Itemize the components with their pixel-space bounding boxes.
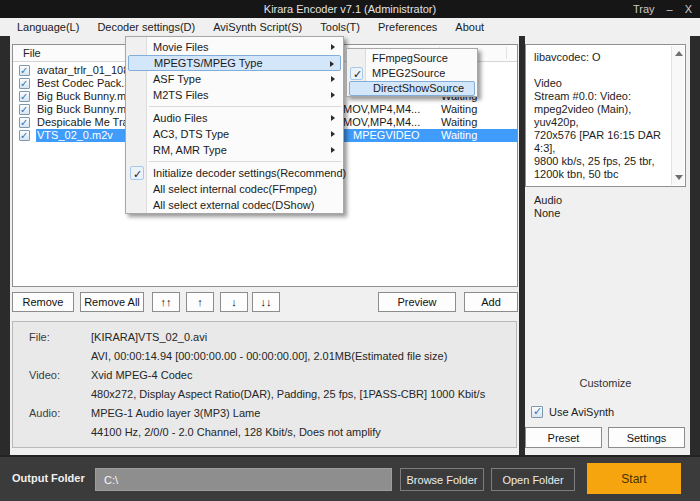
- preset-button[interactable]: Preset: [525, 427, 602, 448]
- detail-file-info: AVI, 00:00:14.94 [00:00:00.00 - 00:00:00…: [91, 350, 447, 362]
- menu-separator: [149, 161, 341, 162]
- detail-audio-label: Audio:: [29, 407, 60, 419]
- checkbox-checked-icon[interactable]: ✓: [19, 65, 30, 76]
- file-name: Big Buck Bunny.mov: [37, 103, 138, 116]
- menu-bar: Language(L) Decoder settings(D) AviSynth…: [0, 18, 700, 36]
- app-window: Kirara Encoder v7.1 (Administrator) Tray…: [0, 0, 700, 501]
- menu-item-ac3-dts-type[interactable]: AC3, DTS Type: [128, 126, 341, 142]
- submenu-arrow-icon: [331, 131, 335, 137]
- detail-video-info: 480x272, Display Aspect Ratio(DAR), Padd…: [91, 388, 485, 400]
- move-up-button[interactable]: ↑: [186, 292, 214, 312]
- settings-button[interactable]: Settings: [608, 427, 685, 448]
- open-folder-button[interactable]: Open Folder: [491, 468, 575, 491]
- start-button[interactable]: Start: [587, 463, 681, 494]
- mpegts-submenu: FFmpegSource ✓ MPEG2Source DirectShowSou…: [346, 48, 478, 97]
- check-icon: ✓: [20, 129, 28, 142]
- menu-item-label: M2TS Files: [153, 87, 209, 103]
- menu-item-label: FFmpegSource: [372, 51, 448, 66]
- checkbox-checked-icon[interactable]: ✓: [19, 91, 30, 102]
- menu-item-label: RM, AMR Type: [153, 142, 227, 158]
- move-bottom-button[interactable]: ↓↓: [252, 292, 280, 312]
- menu-item-all-select-external-codec[interactable]: All select external codec(DShow): [128, 197, 341, 213]
- checkbox-checked-icon[interactable]: ✓: [19, 117, 30, 128]
- file-type: MOV,MP4,M4...: [343, 116, 420, 129]
- column-header-file[interactable]: File: [23, 45, 41, 62]
- submenu-arrow-icon: [331, 44, 335, 50]
- menu-item-label: Movie Files: [153, 39, 209, 55]
- menu-item-label: MPEG2Source: [372, 66, 445, 81]
- check-icon: ✓: [533, 405, 542, 418]
- scroll-down-icon[interactable]: [675, 175, 683, 180]
- submenu-arrow-icon: [330, 61, 334, 67]
- minimize-button[interactable]: –: [667, 0, 673, 18]
- menu-item-initialize-decoder-settings[interactable]: ✓ Initialize decoder settings(Recommend): [128, 165, 341, 181]
- menubar-item-tools[interactable]: Tools(T): [311, 18, 369, 36]
- menu-item-label: AC3, DTS Type: [153, 126, 229, 142]
- menubar-item-avisynth-script[interactable]: AviSynth Script(S): [204, 18, 311, 36]
- close-button[interactable]: X: [685, 0, 692, 18]
- check-icon: ✓: [133, 166, 142, 182]
- check-icon: ✓: [20, 77, 28, 90]
- checkbox-checked-icon[interactable]: ✓: [19, 78, 30, 89]
- menubar-item-preferences[interactable]: Preferences: [369, 18, 446, 36]
- move-top-button[interactable]: ↑↑: [152, 292, 180, 312]
- check-icon: ✓: [20, 103, 28, 116]
- menu-item-movie-files[interactable]: Movie Files: [128, 39, 341, 55]
- file-details-panel: File: [KIRARA]VTS_02_0.avi AVI, 00:00:14…: [12, 321, 517, 448]
- customize-label: Customize: [525, 377, 686, 389]
- bottom-bar: Output Folder Browse Folder Open Folder …: [0, 455, 700, 501]
- preview-button[interactable]: Preview: [378, 292, 456, 312]
- detail-video-label: Video:: [29, 369, 60, 381]
- tray-button[interactable]: Tray: [633, 0, 655, 18]
- window-title: Kirara Encoder v7.1 (Administrator): [0, 0, 700, 18]
- scroll-up-icon[interactable]: [675, 51, 683, 56]
- output-folder-input[interactable]: [95, 468, 392, 491]
- submenu-item-mpeg2source[interactable]: ✓ MPEG2Source: [349, 66, 475, 81]
- menu-item-asf-type[interactable]: ASF Type: [128, 71, 341, 87]
- scrollbar[interactable]: [671, 46, 684, 185]
- menu-item-all-select-internal-codec[interactable]: All select internal codec(FFmpeg): [128, 181, 341, 197]
- menu-item-m2ts-files[interactable]: M2TS Files: [128, 87, 341, 103]
- submenu-arrow-icon: [331, 147, 335, 153]
- menubar-item-language[interactable]: Language(L): [8, 18, 88, 36]
- use-avisynth-checkbox[interactable]: ✓: [531, 406, 543, 418]
- titlebar-controls: Tray – X: [633, 0, 692, 18]
- title-bar: Kirara Encoder v7.1 (Administrator) Tray…: [0, 0, 700, 18]
- detail-video-codec: Xvid MPEG-4 Codec: [91, 369, 192, 381]
- check-icon: ✓: [353, 67, 362, 82]
- use-avisynth-label: Use AviSynth: [549, 406, 614, 418]
- check-icon: ✓: [20, 116, 28, 129]
- move-down-button[interactable]: ↓: [220, 292, 248, 312]
- remove-button[interactable]: Remove: [12, 292, 74, 312]
- file-type: MOV,MP4,M4...: [343, 103, 420, 116]
- decoder-settings-menu: Movie Files MPEGTS/MPEG Type ASF Type M2…: [125, 36, 344, 214]
- output-folder-label: Output Folder: [12, 472, 85, 484]
- submenu-arrow-icon: [331, 76, 335, 82]
- add-button[interactable]: Add: [464, 292, 518, 312]
- column-divider: [506, 47, 507, 59]
- menu-item-mpegts-mpeg-type[interactable]: MPEGTS/MPEG Type: [128, 55, 341, 71]
- menu-item-audio-files[interactable]: Audio Files: [128, 110, 341, 126]
- file-name: Big Buck Bunny.mkv: [37, 90, 137, 103]
- menu-item-label: All select internal codec(FFmpeg): [153, 181, 317, 197]
- submenu-arrow-icon: [331, 92, 335, 98]
- submenu-item-ffmpegsource[interactable]: FFmpegSource: [349, 51, 475, 66]
- detail-file-label: File:: [29, 331, 50, 343]
- submenu-item-directshowsource[interactable]: DirectShowSource: [349, 81, 475, 96]
- menu-item-rm-amr-type[interactable]: RM, AMR Type: [128, 142, 341, 158]
- check-icon: ✓: [20, 90, 28, 103]
- menu-item-label: Initialize decoder settings(Recommend): [153, 165, 346, 181]
- codec-info-text: libavcodec: O Video Stream #0.0: Video: …: [534, 51, 667, 220]
- menu-item-label: MPEGTS/MPEG Type: [154, 56, 263, 70]
- menu-check-icon: ✓: [130, 166, 144, 180]
- browse-folder-button[interactable]: Browse Folder: [400, 468, 484, 491]
- remove-all-button[interactable]: Remove All: [80, 292, 144, 312]
- checkbox-checked-icon[interactable]: ✓: [19, 130, 30, 141]
- detail-audio-info: 44100 Hz, 2/0/0 - 2.0 Channel, 128 Kbit/…: [91, 426, 381, 438]
- codec-info-panel: libavcodec: O Video Stream #0.0: Video: …: [525, 44, 686, 187]
- menubar-item-decoder-settings[interactable]: Decoder settings(D): [88, 18, 204, 36]
- menubar-item-about[interactable]: About: [446, 18, 493, 36]
- checkbox-checked-icon[interactable]: ✓: [19, 104, 30, 115]
- check-icon: ✓: [20, 64, 28, 77]
- detail-audio-codec: MPEG-1 Audio layer 3(MP3) Lame: [91, 407, 260, 419]
